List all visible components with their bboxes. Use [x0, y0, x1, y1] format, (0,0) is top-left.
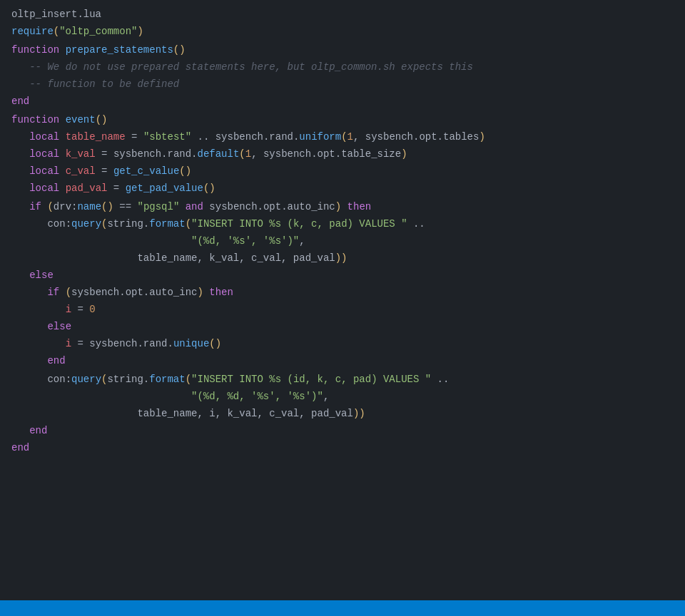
- line-2: require("oltp_common"): [0, 23, 685, 40]
- line-1: oltp_insert.lua: [0, 6, 685, 23]
- line-30: end: [0, 439, 685, 456]
- line-16: con:query(string.format("INSERT INTO %s …: [0, 215, 685, 232]
- line-20: if (sysbench.opt.auto_inc) then: [0, 284, 685, 301]
- status-bar: [0, 600, 685, 616]
- line-9: function event(): [0, 111, 685, 128]
- line-5: -- We do not use prepared statements her…: [0, 58, 685, 76]
- line-12: local c_val = get_c_value(): [0, 163, 685, 180]
- line-6: -- function to be defined: [0, 76, 685, 93]
- line-18: table_name, k_val, c_val, pad_val)): [0, 250, 685, 267]
- line-27: "(%d, %d, '%s', '%s')",: [0, 388, 685, 405]
- line-22: else: [0, 318, 685, 335]
- line-17: "(%d, '%s', '%s')",: [0, 232, 685, 250]
- line-24: end: [0, 352, 685, 369]
- line-28: table_name, i, k_val, c_val, pad_val)): [0, 405, 685, 422]
- code-editor: oltp_insert.lua require("oltp_common") f…: [0, 0, 685, 600]
- line-15: if (drv:name() == "pgsql" and sysbench.o…: [0, 198, 685, 215]
- line-23: i = sysbench.rand.unique(): [0, 335, 685, 352]
- line-19: else: [0, 267, 685, 284]
- line-13: local pad_val = get_pad_value(): [0, 180, 685, 197]
- line-11: local k_val = sysbench.rand.default(1, s…: [0, 145, 685, 163]
- line-4: function prepare_statements(): [0, 41, 685, 58]
- line-7: end: [0, 93, 685, 110]
- line-26: con:query(string.format("INSERT INTO %s …: [0, 371, 685, 388]
- line-10: local table_name = "sbtest" .. sysbench.…: [0, 128, 685, 145]
- line-21: i = 0: [0, 301, 685, 318]
- line-29: end: [0, 422, 685, 439]
